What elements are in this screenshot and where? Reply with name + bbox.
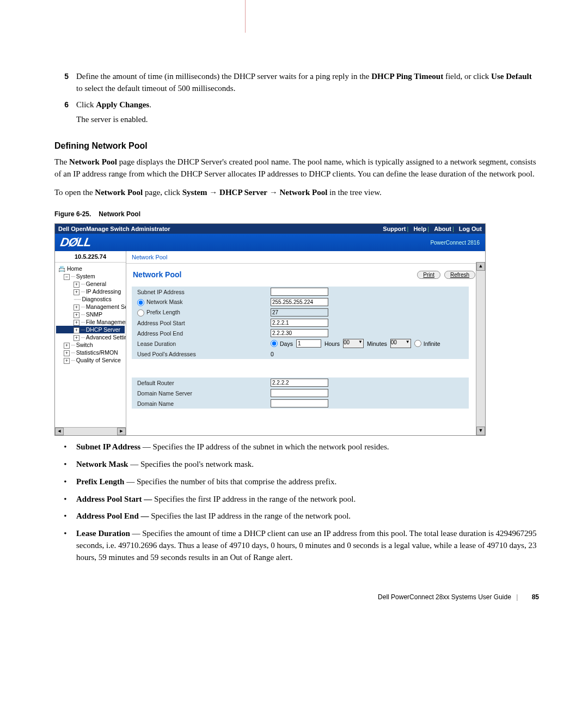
logout-link[interactable]: Log Out [459,226,482,232]
tree-qos[interactable]: +····Quality of Service [56,356,125,364]
page-rule [245,0,246,33]
step-number: 6 [54,99,76,126]
step-result: The server is enabled. [76,114,539,126]
tree-diagnostics[interactable]: ·······Diagnostics [56,295,125,303]
label: Diagnostics [82,296,111,302]
tree-ip-addressing[interactable]: +····IP Addressing [56,288,125,295]
default-router-input[interactable] [271,379,328,387]
window-titlebar: Dell OpenManage Switch Administrator Sup… [55,224,485,234]
bullet-icon: • [54,494,76,506]
lease-infinite-radio[interactable] [414,340,421,347]
dns-label: Domain Name Server [137,390,271,397]
pool-start-input[interactable] [271,319,328,327]
scroll-right-icon[interactable]: ► [117,428,126,435]
field-definitions-list: •Subnet IP Address — Specifies the IP ad… [54,441,539,563]
section-heading: Defining Network Pool [54,141,539,151]
text: in the tree view. [327,188,381,197]
main-scrollbar[interactable]: ▲ ▼ [476,262,485,435]
device-ip: 10.5.225.74 [55,251,126,263]
list-item: •Address Pool End — Specifies the last I… [54,510,539,522]
hours-select[interactable]: 00 [343,339,364,348]
minutes-select[interactable]: 00 [390,339,411,348]
days-input[interactable] [296,339,321,348]
domain-name-label: Domain Name [137,400,271,407]
text: Specifies the first IP address in the ra… [152,495,356,503]
text: To open the [54,188,95,197]
page-number: 85 [532,593,539,601]
label: SNMP [86,311,102,318]
infinite-label: Infinite [424,340,440,347]
print-button[interactable]: Print [417,271,440,279]
tree-file-management[interactable]: +····File Managemer [56,318,125,326]
tree-home[interactable]: 📇 Home [56,265,125,272]
lease-duration-label: Lease Duration [137,340,271,347]
paragraph: To open the Network Pool page, click Sys… [54,187,539,199]
titlebar-links: Support| Help| About| Log Out [381,224,482,234]
term: Prefix Length [76,477,124,486]
bold-text: Use Default [491,72,532,81]
page-footer: Dell PowerConnect 28xx Systems User Guid… [54,593,539,601]
value: 00 [344,339,350,345]
bullet-icon: • [54,510,76,522]
tree-statistics[interactable]: +····Statistics/RMON [56,349,125,356]
tree-general[interactable]: +····General [56,280,125,288]
label: Advanced Settin [86,334,126,340]
scroll-left-icon[interactable]: ◄ [55,428,64,435]
step-6: 6 Click Apply Changes. The server is ena… [54,99,539,126]
tree-advanced[interactable]: +····Advanced Settin [56,333,125,341]
sidebar-scrollbar[interactable]: ◄ ► [55,427,126,435]
bold-text: System [182,188,207,197]
list-item: •Network Mask — Specifies the pool's net… [54,459,539,471]
brand-bar: DØLL PowerConnect 2816 [55,234,485,251]
scroll-down-icon[interactable]: ▼ [476,427,485,435]
scroll-up-icon[interactable]: ▲ [476,262,485,271]
tree-dhcp-server[interactable]: +····DHCP Server [56,326,125,333]
screenshot-figure: Dell OpenManage Switch Administrator Sup… [54,223,486,436]
pool-end-label: Address Pool End [137,330,271,337]
used-addresses-value: 0 [271,351,274,357]
prefix-length-input[interactable] [271,308,328,317]
bold-text: Network Pool [69,157,117,166]
form-panel-1: Subnet IP Address Network Mask Prefix Le… [132,287,469,359]
label: Management Se [86,303,126,310]
pool-end-input[interactable] [271,329,328,337]
bold-text: Apply Changes [96,100,149,109]
label: File Managemer [86,319,126,325]
dell-logo: DØLL [59,235,92,249]
tree-system[interactable]: −····System [56,272,125,280]
hours-label: Hours [324,340,340,347]
about-link[interactable]: About [434,226,451,232]
network-mask-radio[interactable] [137,299,144,306]
list-item: •Lease Duration — Specifies the amount o… [54,528,539,563]
step-body: Define the amount of time (in millisecon… [76,71,539,95]
bold-text: DHCP Ping Timeout [371,72,443,81]
help-link[interactable]: Help [413,226,426,232]
term: Lease Duration [76,529,130,538]
step-number: 5 [54,71,76,95]
text: The [54,157,69,166]
tree-snmp[interactable]: +····SNMP [56,311,125,318]
list-item: •Prefix Length — Specifies the number of… [54,476,539,488]
dns-input[interactable] [271,389,328,397]
label: System [76,273,95,279]
days-label: Days [280,340,293,347]
tree-management[interactable]: +····Management Se [56,303,125,311]
term: Subnet IP Address [76,442,140,451]
text: — Specifies the pool's network mask. [128,460,254,468]
bullet-icon: • [54,459,76,471]
text: field, or click [443,72,491,81]
support-link[interactable]: Support [383,226,406,232]
text: . [149,100,151,109]
prefix-length-radio[interactable] [137,309,144,317]
form-panel-2: Default Router Domain Name Server Domain… [132,378,469,409]
label: DHCP Server [86,326,120,333]
lease-days-radio[interactable] [271,340,278,347]
label: Network Mask [146,299,183,305]
subnet-ip-input[interactable] [271,288,328,296]
domain-name-input[interactable] [271,399,328,407]
step-body: Click Apply Changes. The server is enabl… [76,99,539,126]
refresh-button[interactable]: Refresh [444,271,475,279]
network-mask-input[interactable] [271,298,328,306]
tree-switch[interactable]: +····Switch [56,341,125,349]
text: Specifies the last IP address in the ran… [149,512,351,520]
